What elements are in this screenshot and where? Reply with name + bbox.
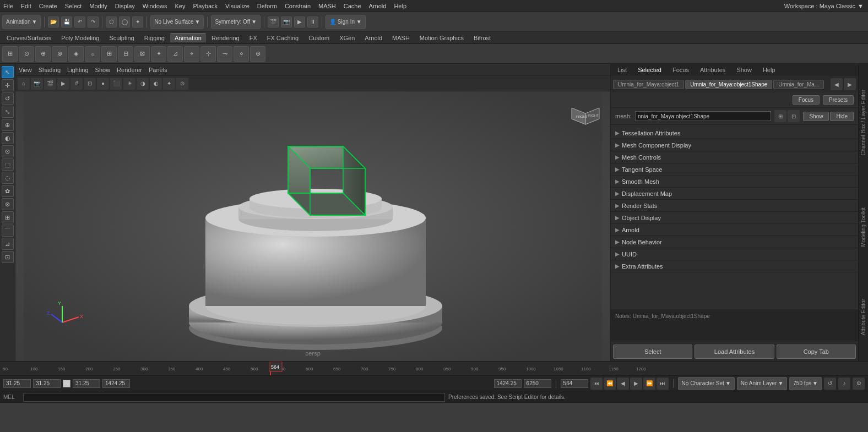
shelf-icon-16[interactable]: ⊛ <box>250 46 265 62</box>
symmetry-dropdown[interactable]: Symmetry: Off ▼ <box>211 15 261 29</box>
shelf-tab-rendering[interactable]: Rendering <box>207 34 244 42</box>
vp-texture-icon[interactable]: ⬛ <box>110 78 122 90</box>
presets-button[interactable]: Presets <box>823 95 854 105</box>
shelf-tab-rigging[interactable]: Rigging <box>140 34 169 42</box>
attr-tab-help[interactable]: Help <box>758 65 780 74</box>
play-start-btn[interactable]: ⏮ <box>590 378 603 390</box>
shelf-icon-2[interactable]: ⊙ <box>19 46 34 62</box>
attr-node-tab-1[interactable]: Umnia_for_Maya:object1Shape <box>685 80 772 89</box>
soft-select-btn[interactable]: ◐ <box>2 132 14 144</box>
scale-tool-btn[interactable]: ⤡ <box>2 106 14 118</box>
vp-light-icon[interactable]: ☀ <box>123 78 135 90</box>
attr-section-uuid[interactable]: ▶ UUID <box>611 248 858 260</box>
lasso-select-btn[interactable]: ◌ <box>2 172 14 184</box>
status-checkbox[interactable] <box>63 380 70 387</box>
select-tool-icon[interactable]: ⬡ <box>106 17 117 28</box>
undo-icon[interactable]: ↶ <box>74 17 85 28</box>
current-frame-display[interactable]: 564 <box>561 379 588 388</box>
shelf-tab-sculpting[interactable]: Sculpting <box>105 34 138 42</box>
viewport-menu-show[interactable]: Show <box>95 67 111 73</box>
shelf-icon-1[interactable]: ⊞ <box>2 46 18 62</box>
shelf-icon-8[interactable]: ⊟ <box>118 46 133 62</box>
menu-file[interactable]: File <box>3 3 13 9</box>
hide-button[interactable]: Hide <box>830 112 854 121</box>
shelf-tab-fxcaching[interactable]: FX Caching <box>263 34 303 42</box>
attr-section-displacement[interactable]: ▶ Displacement Map <box>611 188 858 200</box>
shelf-tab-custom[interactable]: Custom <box>304 34 334 42</box>
attr-mesh-icon-1[interactable]: ⊞ <box>774 110 786 122</box>
save-scene-icon[interactable]: 💾 <box>61 17 72 28</box>
render-settings-icon[interactable]: 🎬 <box>268 17 279 28</box>
vp-wire-icon[interactable]: ⊡ <box>84 78 96 90</box>
vp-grid-icon[interactable]: # <box>70 78 83 90</box>
shelf-icon-14[interactable]: ⊸ <box>217 46 232 62</box>
menu-constrain[interactable]: Constrain <box>285 3 311 9</box>
menu-playback[interactable]: Playback <box>193 3 218 9</box>
shelf-icon-10[interactable]: ✦ <box>151 46 166 62</box>
zoom-tool-btn[interactable]: ⊡ <box>2 251 14 263</box>
menu-mash[interactable]: MASH <box>318 3 336 9</box>
attr-section-arnold[interactable]: ▶ Arnold <box>611 224 858 236</box>
attr-tab-attributes[interactable]: Attributes <box>696 65 730 74</box>
live-surface-dropdown[interactable]: No Live Surface ▼ <box>150 15 204 29</box>
playblast-icon[interactable]: ▶ <box>294 17 305 28</box>
attr-section-nodebehavior[interactable]: ▶ Node Behavior <box>611 236 858 248</box>
play-fwd-btn[interactable]: ▶ <box>630 378 642 390</box>
menu-create[interactable]: Create <box>39 3 57 9</box>
select-tool-btn[interactable]: ↖ <box>2 66 14 78</box>
shelf-tab-curves[interactable]: Curves/Surfaces <box>2 34 56 42</box>
menu-arnold[interactable]: Arnold <box>369 3 387 9</box>
marquee-tool-btn[interactable]: ⬚ <box>2 158 14 171</box>
play-back-btn[interactable]: ◀ <box>617 378 629 390</box>
viewport-menu-view[interactable]: View <box>19 67 32 73</box>
attr-tab-show[interactable]: Show <box>732 65 756 74</box>
attr-section-objectdisplay[interactable]: ▶ Object Display <box>611 212 858 224</box>
cmd-input-field[interactable] <box>23 393 445 402</box>
snap-tool-btn[interactable]: ⊗ <box>2 198 14 210</box>
select-bottom-btn[interactable]: Select <box>613 344 692 359</box>
shelf-icon-9[interactable]: ⊠ <box>134 46 150 62</box>
vp-film-icon[interactable]: 🎬 <box>44 78 56 90</box>
vp-ao-icon[interactable]: ◐ <box>150 78 162 90</box>
menu-deform[interactable]: Deform <box>257 3 277 9</box>
view-cube[interactable]: FRONT RIGHT <box>566 97 605 135</box>
open-scene-icon[interactable]: 📂 <box>48 17 59 28</box>
sign-in-button[interactable]: 👤 Sign In ▼ <box>326 15 366 29</box>
shelf-icon-12[interactable]: ⌖ <box>184 46 199 62</box>
workspace-dropdown-arrow[interactable]: ▼ <box>858 3 864 9</box>
attr-nav-prev[interactable]: ◀ <box>831 78 843 90</box>
shelf-icon-4[interactable]: ⊗ <box>52 46 67 62</box>
rotate-tool-btn[interactable]: ↺ <box>2 92 14 105</box>
menu-key[interactable]: Key <box>175 3 185 9</box>
workspace-selector[interactable]: Workspace : Maya Classic ▼ <box>784 0 868 12</box>
vp-hud-icon[interactable]: ⊙ <box>176 78 188 90</box>
load-attributes-btn[interactable]: Load Attributes <box>695 344 774 359</box>
paint-select-btn[interactable]: ✿ <box>2 185 14 197</box>
menu-display[interactable]: Display <box>115 3 135 9</box>
attribute-editor-label[interactable]: Attribute Editor <box>859 297 867 337</box>
shelf-tab-bifrost[interactable]: Bifrost <box>469 34 495 42</box>
menu-windows[interactable]: Windows <box>143 3 167 9</box>
shelf-tab-fx[interactable]: FX <box>245 34 262 42</box>
modeling-toolkit-label[interactable]: Modeling Toolkit <box>859 205 867 249</box>
curve-snap-btn[interactable]: ⌒ <box>2 225 14 237</box>
play-end-btn[interactable]: ⏭ <box>657 378 669 390</box>
shelf-tab-arnold[interactable]: Arnold <box>360 34 387 42</box>
shelf-icon-6[interactable]: ⟐ <box>85 46 100 62</box>
shelf-tab-xgen[interactable]: XGen <box>335 34 359 42</box>
snapshot-icon[interactable]: 📷 <box>281 17 292 28</box>
attr-nav-next[interactable]: ▶ <box>844 78 856 90</box>
view-tool-btn[interactable]: ⊿ <box>2 238 14 250</box>
shelf-tab-polymodeling[interactable]: Poly Modeling <box>57 34 104 42</box>
attr-section-renderstats[interactable]: ▶ Render Stats <box>611 200 858 212</box>
attr-tab-focus[interactable]: Focus <box>668 65 693 74</box>
menu-cache[interactable]: Cache <box>344 3 361 9</box>
vp-multisamp-icon[interactable]: ✦ <box>163 78 175 90</box>
shelf-icon-7[interactable]: ⊞ <box>101 46 117 62</box>
menu-select[interactable]: Select <box>65 3 82 9</box>
shelf-icon-5[interactable]: ◈ <box>68 46 84 62</box>
pause-icon[interactable]: ⏸ <box>307 17 318 28</box>
attr-node-tab-2[interactable]: Umnia_for_Ma... <box>773 80 824 89</box>
grid-snap-btn[interactable]: ⊞ <box>2 211 14 223</box>
vp-anim-icon[interactable]: ▶ <box>57 78 69 90</box>
